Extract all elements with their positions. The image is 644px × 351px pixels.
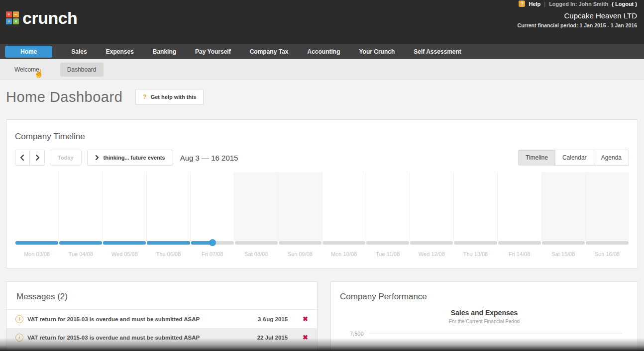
timeline-column-mon-03-08	[15, 172, 58, 241]
timeline-segment-sun-09-08	[278, 241, 322, 245]
timeline-segment-fri-14-08	[498, 241, 541, 245]
future-events-button[interactable]: thinking... future events	[87, 150, 173, 166]
chevron-right-icon	[95, 155, 99, 160]
company-performance-card: Company Performance Sales and Expenses F…	[330, 281, 638, 351]
timeline-segment-mon-10-08	[322, 241, 366, 245]
timeline-segment-wed-12-08	[410, 241, 453, 245]
day-label-mon-03-08: Mon 03/08	[15, 251, 59, 257]
timeline-progress-bar	[15, 241, 629, 245]
timeline-column-sat-08-08	[234, 172, 278, 241]
financial-period: Current financial period: 1 Jan 2015 - 1…	[518, 22, 637, 28]
sub-nav: WelcomeDashboard	[0, 59, 644, 80]
info-icon: i	[15, 334, 23, 342]
timeline-column-wed-12-08	[410, 172, 453, 241]
timeline-column-wed-05-08	[102, 172, 146, 241]
message-text: VAT return for 2015-03 is overdue and mu…	[27, 335, 257, 341]
nav-item-self-assessment[interactable]: Self Assessment	[414, 48, 461, 55]
main-content: Home Dashboard ? Get help with this Comp…	[0, 80, 644, 351]
question-icon: ?	[143, 93, 146, 100]
nav-item-banking[interactable]: Banking	[153, 48, 176, 55]
help-icon[interactable]: ?	[519, 0, 525, 7]
timeline-column-thu-06-08	[146, 172, 190, 241]
subnav-tab-welcome[interactable]: Welcome	[7, 63, 46, 77]
timeline-column-tue-04-08	[58, 172, 102, 241]
timeline-segment-tue-04-08	[59, 241, 103, 245]
timeline-segment-sat-08-08	[234, 241, 278, 245]
header-account-area: ? Help | Logged In: John Smith ( Logout …	[518, 0, 637, 28]
nav-item-sales[interactable]: Sales	[71, 48, 87, 55]
get-help-button[interactable]: ? Get help with this	[135, 89, 204, 105]
view-tab-timeline[interactable]: Timeline	[518, 150, 555, 166]
day-label-fri-07-08: Fri 07/08	[191, 251, 234, 257]
timeline-title: Company Timeline	[15, 132, 629, 142]
timeline-column-sun-09-08	[278, 172, 322, 241]
next-button[interactable]	[30, 150, 45, 166]
plus-tile-icon: +	[6, 11, 12, 17]
day-label-tue-04-08: Tue 04/08	[59, 251, 103, 257]
day-label-sat-15-08: Sat 15/08	[541, 251, 585, 257]
timeline-column-tue-11-08	[366, 172, 410, 241]
message-row: iVAT return for 2015-03 is overdue and m…	[6, 328, 317, 347]
current-position-marker	[209, 239, 216, 246]
timeline-column-sun-16-08	[585, 172, 629, 241]
plus-tile-2-icon: +	[6, 18, 12, 24]
timeline-area: Mon 03/08Tue 04/08Wed 05/08Thu 06/08Fri …	[15, 172, 629, 257]
messages-list: iVAT return for 2015-03 is overdue and m…	[6, 310, 317, 347]
bottom-row: Messages (2) iVAT return for 2015-03 is …	[6, 281, 638, 351]
nav-item-pay-yourself[interactable]: Pay Yourself	[195, 48, 231, 55]
message-row: iVAT return for 2015-03 is overdue and m…	[6, 310, 317, 328]
messages-title: Messages (2)	[6, 292, 317, 302]
help-link[interactable]: Help	[529, 1, 540, 7]
day-label-mon-10-08: Mon 10/08	[322, 251, 366, 257]
get-help-label: Get help with this	[151, 94, 197, 100]
timeline-controls: Today thinking... future events Aug 3 — …	[15, 150, 629, 166]
timeline-nav-arrows	[15, 150, 45, 166]
header-separator: |	[544, 1, 545, 7]
nav-item-company-tax[interactable]: Company Tax	[250, 48, 289, 55]
chart-header: Sales and Expenses For the Current Finan…	[331, 309, 638, 324]
timeline-column-thu-13-08	[453, 172, 497, 241]
subnav-tab-dashboard[interactable]: Dashboard	[60, 63, 104, 77]
logout-link[interactable]: ( Logout )	[612, 1, 637, 7]
timeline-grid	[15, 172, 629, 241]
message-text: VAT return for 2015-03 is overdue and mu…	[27, 316, 258, 322]
chevron-right-icon	[35, 155, 40, 161]
main-nav: HomeSalesExpensesBankingPay YourselfComp…	[0, 44, 644, 59]
timeline-view-switcher: TimelineCalendarAgenda	[518, 150, 629, 166]
timeline-column-fri-07-08	[190, 172, 234, 241]
dismiss-message-button[interactable]: ✖	[303, 316, 308, 322]
timeline-segment-wed-05-08	[103, 241, 146, 245]
company-name: Cupcake Heaven LTD	[518, 11, 637, 20]
day-label-wed-05-08: Wed 05/08	[103, 251, 146, 257]
company-timeline-card: Company Timeline Today thinking... futur…	[6, 119, 638, 268]
performance-title: Company Performance	[331, 292, 638, 302]
nav-item-accounting[interactable]: Accounting	[307, 48, 340, 55]
timeline-column-mon-10-08	[322, 172, 366, 241]
chart-title: Sales and Expenses	[331, 309, 638, 317]
crunch-logo[interactable]: +−+× crunch	[6, 9, 77, 26]
view-tab-calendar[interactable]: Calendar	[555, 150, 594, 166]
day-label-tue-11-08: Tue 11/08	[366, 251, 410, 257]
future-events-label: thinking... future events	[104, 155, 165, 161]
timeline-segment-thu-13-08	[453, 241, 497, 245]
chart-subtitle: For the Current Financial Period	[331, 319, 638, 324]
message-date: 3 Aug 2015	[258, 316, 288, 322]
timeline-segment-thu-06-08	[146, 241, 190, 245]
nav-item-home[interactable]: Home	[5, 46, 52, 58]
nav-item-your-crunch[interactable]: Your Crunch	[359, 48, 395, 55]
dismiss-message-button[interactable]: ✖	[303, 334, 308, 341]
today-button[interactable]: Today	[50, 150, 82, 166]
day-label-thu-06-08: Thu 06/08	[146, 251, 190, 257]
day-label-wed-12-08: Wed 12/08	[410, 251, 453, 257]
view-tab-agenda[interactable]: Agenda	[594, 150, 629, 166]
app-window: +−+× crunch ? Help | Logged In: John Smi…	[0, 0, 644, 351]
day-label-sat-08-08: Sat 08/08	[234, 251, 278, 257]
timeline-day-labels: Mon 03/08Tue 04/08Wed 05/08Thu 06/08Fri …	[15, 251, 629, 257]
nav-item-expenses[interactable]: Expenses	[106, 48, 134, 55]
message-date: 22 Jul 2015	[257, 335, 288, 341]
timeline-segment-mon-03-08	[15, 241, 59, 245]
timeline-segment-sat-15-08	[541, 241, 585, 245]
y-axis-tick: 7,500	[350, 331, 364, 337]
previous-button[interactable]	[15, 150, 30, 166]
minus-tile-icon: −	[13, 11, 19, 17]
